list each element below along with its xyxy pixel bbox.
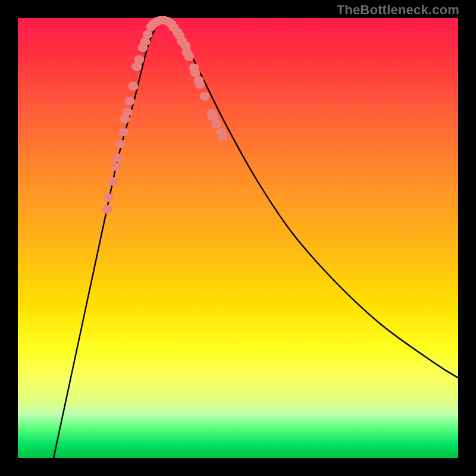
sample-point bbox=[218, 133, 228, 141]
sample-point bbox=[115, 140, 126, 148]
sample-point bbox=[119, 128, 129, 136]
sample-point bbox=[120, 115, 130, 123]
sample-point bbox=[102, 205, 112, 214]
sample-point bbox=[132, 62, 142, 71]
sample-point bbox=[173, 28, 183, 36]
sample-point bbox=[134, 55, 145, 64]
sample-point bbox=[140, 37, 151, 46]
sample-point bbox=[108, 177, 118, 186]
sample-point bbox=[181, 42, 191, 50]
sample-point bbox=[184, 52, 195, 61]
sample-point bbox=[113, 154, 123, 162]
plot-area bbox=[18, 18, 458, 458]
bottleneck-curve-path bbox=[54, 21, 458, 458]
sample-point bbox=[212, 120, 222, 128]
sample-points bbox=[102, 16, 228, 214]
sample-point bbox=[143, 30, 153, 39]
sample-point bbox=[129, 82, 139, 90]
bottleneck-curve bbox=[54, 21, 458, 458]
sample-point bbox=[208, 112, 218, 121]
sample-point bbox=[123, 108, 133, 116]
chart-frame: TheBottleneck.com bbox=[0, 0, 476, 476]
sample-point bbox=[125, 97, 135, 105]
sample-point bbox=[104, 193, 114, 202]
curve-svg bbox=[18, 18, 458, 458]
sample-point bbox=[111, 162, 121, 171]
sample-point bbox=[195, 80, 205, 89]
sample-point bbox=[200, 92, 210, 101]
watermark-text: TheBottleneck.com bbox=[337, 2, 459, 18]
sample-point bbox=[190, 68, 201, 77]
